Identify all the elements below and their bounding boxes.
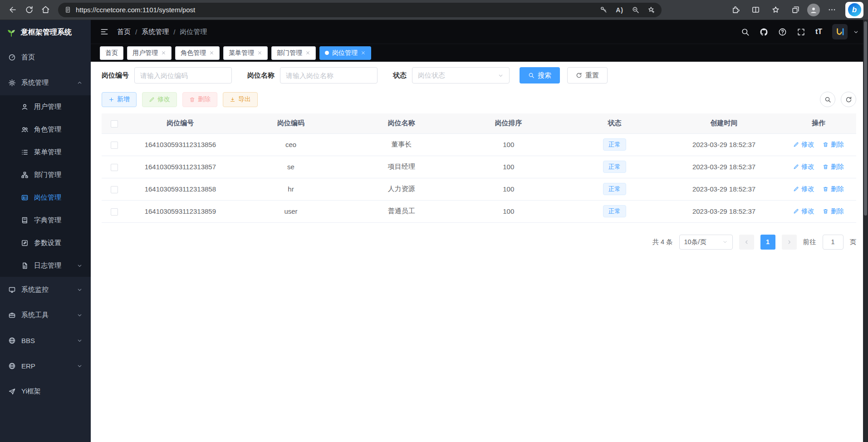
status-select[interactable]: 岗位状态 [412,67,510,83]
split-screen-icon[interactable] [747,2,764,18]
tab-dept[interactable]: 部门管理 [271,46,316,60]
tab-home[interactable]: 首页 [100,46,123,60]
sidebar-item-role[interactable]: 角色管理 [0,118,91,141]
zoom-icon[interactable] [632,6,639,14]
row-delete-link[interactable]: 删除 [823,140,844,149]
breadcrumb-current: 岗位管理 [180,28,207,36]
row-edit-link[interactable]: 修改 [793,140,814,149]
browser-back-button[interactable] [5,2,21,18]
avatar-dropdown-caret-icon[interactable] [853,29,859,35]
sidebar-item-erp[interactable]: ERP [0,353,91,378]
sidebar-item-system[interactable]: 系统管理 [0,70,91,95]
sidebar-item-yi[interactable]: Yi框架 [0,378,91,404]
column-status: 状态 [562,113,667,133]
sidebar-item-dict[interactable]: 字典管理 [0,209,91,231]
column-post-sort: 岗位排序 [455,113,562,133]
row-checkbox[interactable] [111,208,118,216]
profile-avatar[interactable] [807,4,820,16]
github-icon[interactable] [760,28,768,36]
close-icon[interactable] [257,50,262,55]
post-id-cell: 1641030593112313856 [127,133,234,156]
sidebar-item-home[interactable]: 首页 [0,44,91,70]
read-aloud-icon[interactable]: A) [616,6,623,14]
row-delete-link[interactable]: 删除 [823,185,844,193]
scrollbar-thumb[interactable] [864,21,867,216]
export-button[interactable]: 导出 [223,92,258,107]
add-button[interactable]: 新增 [102,92,137,107]
sidebar-item-user[interactable]: 用户管理 [0,95,91,118]
tab-role[interactable]: 角色管理 [175,46,220,60]
row-checkbox[interactable] [111,142,118,149]
sidebar-item-tools[interactable]: 系统工具 [0,302,91,328]
extensions-icon[interactable] [727,2,744,18]
pen-icon [793,164,799,170]
sidebar-item-monitor[interactable]: 系统监控 [0,277,91,302]
close-icon[interactable] [161,50,166,55]
copilot-button[interactable]: b [845,2,863,18]
app-title: 意框架管理系统 [21,28,72,37]
site-info-icon[interactable] [64,6,71,13]
address-bar[interactable]: https://ccnetcore.com:1101/system/post A… [58,3,662,17]
user-avatar[interactable] [832,24,848,39]
reset-button[interactable]: 重置 [567,67,608,83]
favorites-icon[interactable] [767,2,784,18]
browser-scrollbar[interactable] [863,20,868,442]
next-page-button[interactable] [782,235,797,250]
breadcrumb-system[interactable]: 系统管理 [142,28,169,36]
row-edit-link[interactable]: 修改 [793,185,814,193]
system-submenu: 用户管理 角色管理 菜单管理 部门管理 岗位管理 [0,95,91,277]
browser-home-button[interactable] [37,2,54,18]
tab-menu[interactable]: 菜单管理 [223,46,268,60]
browser-refresh-button[interactable] [21,2,37,18]
font-size-icon[interactable]: tT [815,28,822,36]
delete-button[interactable]: 删除 [182,92,217,107]
search-button[interactable]: 搜索 [520,67,560,83]
row-checkbox[interactable] [111,186,118,193]
sidebar-fold-icon[interactable] [100,27,109,36]
sidebar: 意框架管理系统 首页 系统管理 用户管理 角色管理 [0,20,91,442]
refresh-table-button[interactable] [841,92,856,107]
password-key-icon[interactable] [600,6,608,14]
help-icon[interactable] [778,28,787,36]
row-checkbox[interactable] [111,164,118,171]
sidebar-item-log[interactable]: 日志管理 [0,254,91,277]
breadcrumb-home[interactable]: 首页 [117,28,131,36]
sidebar-item-label: 日志管理 [34,261,61,270]
favorites-add-icon[interactable] [647,6,655,14]
sidebar-item-dept[interactable]: 部门管理 [0,163,91,186]
sidebar-item-menu[interactable]: 菜单管理 [0,141,91,163]
close-icon[interactable] [305,50,310,55]
row-delete-link[interactable]: 删除 [823,207,844,216]
sidebar-item-bbs[interactable]: BBS [0,328,91,353]
post-name-input[interactable] [280,67,378,83]
select-all-checkbox[interactable] [111,120,118,128]
row-edit-link[interactable]: 修改 [793,207,814,216]
tab-post-active[interactable]: 岗位管理 [319,46,371,60]
fullscreen-icon[interactable] [797,28,805,36]
collections-icon[interactable] [787,2,804,18]
row-delete-link[interactable]: 删除 [823,162,844,171]
toolbox-icon [8,311,16,319]
sidebar-item-param[interactable]: 参数设置 [0,231,91,254]
header-search-icon[interactable] [741,28,750,36]
close-icon[interactable] [209,50,214,55]
post-name-cell: 董事长 [348,133,455,156]
prev-page-button[interactable] [739,235,754,250]
sidebar-item-post[interactable]: 岗位管理 [0,186,91,209]
post-code-input[interactable] [134,67,232,83]
pen-icon [149,97,155,103]
page-size-select[interactable]: 10条/页 [679,235,733,250]
current-page-button[interactable]: 1 [760,235,775,250]
app-logo[interactable]: 意框架管理系统 [0,20,91,44]
browser-toolbar: https://ccnetcore.com:1101/system/post A… [0,0,868,20]
gear-icon [8,79,16,87]
goto-page-input[interactable] [823,235,843,250]
browser-menu-icon[interactable] [824,2,840,18]
table-utilities [820,92,856,107]
row-edit-link[interactable]: 修改 [793,162,814,171]
tab-user[interactable]: 用户管理 [127,46,172,60]
edit-button[interactable]: 修改 [142,92,177,107]
close-icon[interactable] [361,50,366,55]
pen-icon [793,208,799,214]
toggle-search-button[interactable] [820,92,835,107]
